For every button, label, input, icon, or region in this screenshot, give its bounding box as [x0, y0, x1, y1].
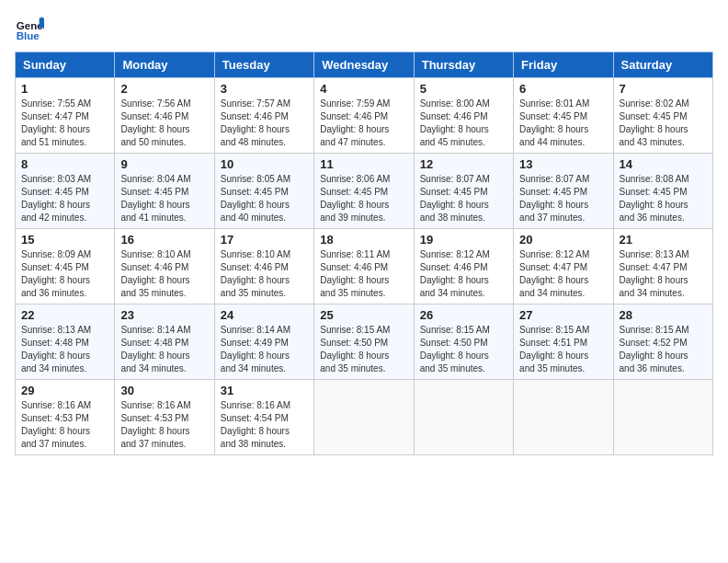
cell-content: Sunrise: 8:10 AM Sunset: 4:46 PM Dayligh…	[120, 248, 208, 300]
cell-content: Sunrise: 8:15 AM Sunset: 4:52 PM Dayligh…	[620, 324, 707, 375]
cell-content: Sunrise: 8:15 AM Sunset: 4:50 PM Dayligh…	[420, 324, 507, 375]
calendar-cell	[514, 380, 613, 455]
calendar-week-row: 22Sunrise: 8:13 AM Sunset: 4:48 PM Dayli…	[16, 304, 713, 380]
cell-content: Sunrise: 7:59 AM Sunset: 4:46 PM Dayligh…	[320, 98, 407, 149]
calendar-day-header: Saturday	[613, 52, 712, 78]
page-header: General Blue	[15, 15, 713, 44]
day-number: 18	[320, 233, 407, 247]
calendar-cell: 19Sunrise: 8:12 AM Sunset: 4:46 PM Dayli…	[414, 229, 513, 304]
calendar-cell: 8Sunrise: 8:03 AM Sunset: 4:45 PM Daylig…	[16, 154, 115, 229]
cell-content: Sunrise: 7:57 AM Sunset: 4:46 PM Dayligh…	[221, 98, 308, 149]
cell-content: Sunrise: 8:16 AM Sunset: 4:54 PM Dayligh…	[221, 399, 308, 451]
calendar-cell: 13Sunrise: 8:07 AM Sunset: 4:45 PM Dayli…	[514, 154, 613, 229]
calendar-cell	[613, 380, 712, 455]
calendar-cell: 7Sunrise: 8:02 AM Sunset: 4:45 PM Daylig…	[613, 78, 712, 154]
cell-content: Sunrise: 8:15 AM Sunset: 4:51 PM Dayligh…	[519, 324, 607, 375]
day-number: 24	[221, 308, 308, 322]
calendar-week-row: 1Sunrise: 7:55 AM Sunset: 4:47 PM Daylig…	[16, 78, 713, 154]
calendar-cell: 10Sunrise: 8:05 AM Sunset: 4:45 PM Dayli…	[214, 154, 313, 229]
calendar-week-row: 8Sunrise: 8:03 AM Sunset: 4:45 PM Daylig…	[16, 154, 713, 229]
day-number: 4	[320, 82, 407, 96]
day-number: 1	[21, 82, 108, 96]
calendar-cell: 23Sunrise: 8:14 AM Sunset: 4:48 PM Dayli…	[115, 304, 214, 380]
day-number: 9	[120, 157, 208, 171]
cell-content: Sunrise: 7:55 AM Sunset: 4:47 PM Dayligh…	[21, 98, 108, 149]
calendar-day-header: Friday	[514, 52, 613, 78]
calendar-header-row: SundayMondayTuesdayWednesdayThursdayFrid…	[16, 52, 713, 78]
day-number: 15	[21, 233, 108, 247]
calendar-day-header: Thursday	[414, 52, 513, 78]
cell-content: Sunrise: 8:07 AM Sunset: 4:45 PM Dayligh…	[519, 173, 607, 224]
day-number: 11	[320, 157, 407, 171]
calendar-cell: 14Sunrise: 8:08 AM Sunset: 4:45 PM Dayli…	[613, 154, 712, 229]
cell-content: Sunrise: 8:05 AM Sunset: 4:45 PM Dayligh…	[221, 173, 308, 224]
calendar-day-header: Monday	[115, 52, 214, 78]
cell-content: Sunrise: 8:13 AM Sunset: 4:48 PM Dayligh…	[21, 324, 108, 375]
cell-content: Sunrise: 8:12 AM Sunset: 4:46 PM Dayligh…	[420, 248, 507, 300]
calendar-day-header: Tuesday	[214, 52, 313, 78]
calendar-cell: 20Sunrise: 8:12 AM Sunset: 4:47 PM Dayli…	[514, 229, 613, 304]
cell-content: Sunrise: 8:14 AM Sunset: 4:48 PM Dayligh…	[120, 324, 208, 375]
calendar-cell: 17Sunrise: 8:10 AM Sunset: 4:46 PM Dayli…	[214, 229, 313, 304]
calendar-day-header: Sunday	[16, 52, 115, 78]
calendar-cell: 29Sunrise: 8:16 AM Sunset: 4:53 PM Dayli…	[16, 380, 115, 455]
calendar-cell: 4Sunrise: 7:59 AM Sunset: 4:46 PM Daylig…	[314, 78, 414, 154]
day-number: 7	[620, 82, 707, 96]
calendar-cell: 15Sunrise: 8:09 AM Sunset: 4:45 PM Dayli…	[16, 229, 115, 304]
cell-content: Sunrise: 8:04 AM Sunset: 4:45 PM Dayligh…	[120, 173, 208, 224]
day-number: 20	[519, 233, 607, 247]
cell-content: Sunrise: 8:09 AM Sunset: 4:45 PM Dayligh…	[21, 248, 108, 300]
calendar-cell: 9Sunrise: 8:04 AM Sunset: 4:45 PM Daylig…	[115, 154, 214, 229]
day-number: 5	[420, 82, 507, 96]
day-number: 17	[221, 233, 308, 247]
day-number: 16	[120, 233, 208, 247]
calendar-day-header: Wednesday	[314, 52, 414, 78]
day-number: 31	[221, 384, 308, 397]
calendar-cell: 16Sunrise: 8:10 AM Sunset: 4:46 PM Dayli…	[115, 229, 214, 304]
day-number: 22	[21, 308, 108, 322]
calendar-cell: 2Sunrise: 7:56 AM Sunset: 4:46 PM Daylig…	[115, 78, 214, 154]
cell-content: Sunrise: 8:16 AM Sunset: 4:53 PM Dayligh…	[120, 399, 208, 451]
day-number: 27	[519, 308, 607, 322]
day-number: 25	[320, 308, 407, 322]
cell-content: Sunrise: 8:14 AM Sunset: 4:49 PM Dayligh…	[221, 324, 308, 375]
calendar-cell: 1Sunrise: 7:55 AM Sunset: 4:47 PM Daylig…	[16, 78, 115, 154]
day-number: 26	[420, 308, 507, 322]
day-number: 14	[620, 157, 707, 171]
day-number: 28	[620, 308, 707, 322]
calendar-cell: 28Sunrise: 8:15 AM Sunset: 4:52 PM Dayli…	[613, 304, 712, 380]
calendar-cell: 18Sunrise: 8:11 AM Sunset: 4:46 PM Dayli…	[314, 229, 414, 304]
cell-content: Sunrise: 8:12 AM Sunset: 4:47 PM Dayligh…	[519, 248, 607, 300]
day-number: 2	[120, 82, 208, 96]
day-number: 8	[21, 157, 108, 171]
cell-content: Sunrise: 8:02 AM Sunset: 4:45 PM Dayligh…	[620, 98, 707, 149]
cell-content: Sunrise: 8:10 AM Sunset: 4:46 PM Dayligh…	[221, 248, 308, 300]
cell-content: Sunrise: 7:56 AM Sunset: 4:46 PM Dayligh…	[120, 98, 208, 149]
logo-icon: General Blue	[15, 15, 44, 44]
calendar-cell: 12Sunrise: 8:07 AM Sunset: 4:45 PM Dayli…	[414, 154, 513, 229]
day-number: 23	[120, 308, 208, 322]
calendar-week-row: 29Sunrise: 8:16 AM Sunset: 4:53 PM Dayli…	[16, 380, 713, 455]
cell-content: Sunrise: 8:00 AM Sunset: 4:46 PM Dayligh…	[420, 98, 507, 149]
calendar-cell: 5Sunrise: 8:00 AM Sunset: 4:46 PM Daylig…	[414, 78, 513, 154]
calendar-cell: 27Sunrise: 8:15 AM Sunset: 4:51 PM Dayli…	[514, 304, 613, 380]
cell-content: Sunrise: 8:08 AM Sunset: 4:45 PM Dayligh…	[620, 173, 707, 224]
cell-content: Sunrise: 8:03 AM Sunset: 4:45 PM Dayligh…	[21, 173, 108, 224]
day-number: 29	[21, 384, 108, 397]
calendar-cell: 30Sunrise: 8:16 AM Sunset: 4:53 PM Dayli…	[115, 380, 214, 455]
calendar-cell	[314, 380, 414, 455]
calendar-cell: 31Sunrise: 8:16 AM Sunset: 4:54 PM Dayli…	[214, 380, 313, 455]
day-number: 6	[519, 82, 607, 96]
calendar-cell: 21Sunrise: 8:13 AM Sunset: 4:47 PM Dayli…	[613, 229, 712, 304]
day-number: 3	[221, 82, 308, 96]
cell-content: Sunrise: 8:13 AM Sunset: 4:47 PM Dayligh…	[620, 248, 707, 300]
day-number: 10	[221, 157, 308, 171]
calendar-table: SundayMondayTuesdayWednesdayThursdayFrid…	[15, 52, 713, 455]
day-number: 30	[120, 384, 208, 397]
calendar-cell: 22Sunrise: 8:13 AM Sunset: 4:48 PM Dayli…	[16, 304, 115, 380]
calendar-cell	[414, 380, 513, 455]
logo: General Blue	[15, 15, 48, 44]
day-number: 12	[420, 157, 507, 171]
calendar-cell: 26Sunrise: 8:15 AM Sunset: 4:50 PM Dayli…	[414, 304, 513, 380]
calendar-body: 1Sunrise: 7:55 AM Sunset: 4:47 PM Daylig…	[16, 78, 713, 455]
